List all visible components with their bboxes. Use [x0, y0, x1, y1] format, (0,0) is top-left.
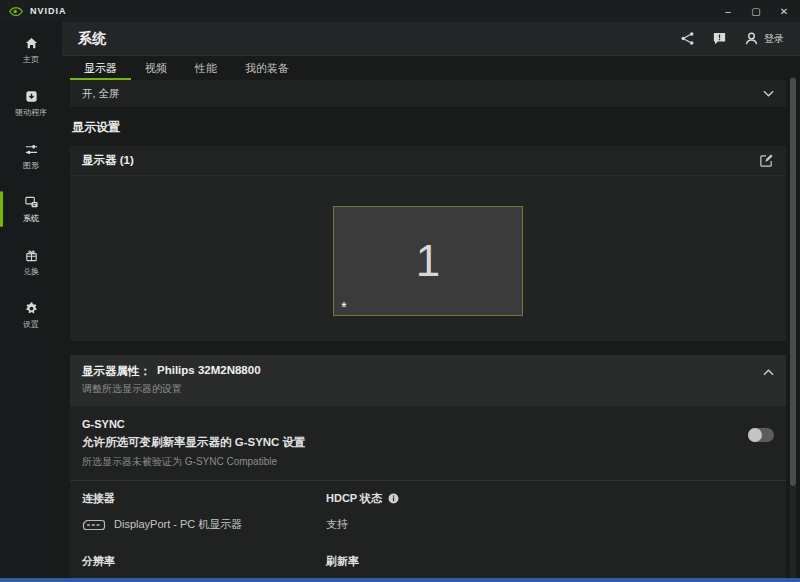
redeem-gift-icon: [24, 248, 39, 263]
resolution-label: 分辨率: [82, 554, 326, 569]
header-actions: 登录: [680, 31, 784, 46]
share-icon[interactable]: [680, 31, 695, 46]
maximize-button[interactable]: ▢: [748, 6, 764, 17]
chevron-up-icon[interactable]: [763, 369, 774, 376]
page-header: 系统 登录: [62, 22, 800, 56]
sidebar: 主页 驱动程序 图形 系统: [0, 22, 62, 578]
display-properties-title: 显示器属性：: [82, 364, 151, 379]
display-properties-body: G-SYNC 允许所选可变刷新率显示器的 G-SYNC 设置 所选显示器未被验证…: [70, 406, 786, 578]
properties-column-left: 连接器 DisplayPort - PC 机显示器: [82, 491, 326, 578]
tab-label: 显示器: [84, 61, 117, 76]
driver-download-icon: [24, 89, 39, 104]
home-icon: [24, 36, 39, 51]
sidebar-item-label: 兑换: [23, 266, 39, 277]
collapsed-setting-card[interactable]: 开, 全屏: [70, 80, 786, 107]
gsync-description: 允许所选可变刷新率显示器的 G-SYNC 设置: [82, 435, 748, 450]
settings-gear-icon: [24, 301, 39, 316]
hdcp-label: HDCP 状态: [326, 491, 382, 506]
monitor-card-header: 显示器 (1): [70, 146, 786, 176]
nvidia-logo-icon: [8, 6, 24, 17]
feedback-icon[interactable]: [712, 31, 727, 46]
login-button[interactable]: 登录: [744, 31, 784, 46]
monitor-number: 1: [416, 236, 440, 286]
sidebar-item-label: 图形: [23, 160, 39, 171]
properties-grid: 连接器 DisplayPort - PC 机显示器: [82, 481, 774, 578]
title-bar: NVIDIA – ▢ ✕: [0, 0, 800, 22]
resolution-field: 分辨率 3840 x 2160 （本机）: [82, 554, 326, 578]
display-properties-card: 显示器属性： Philips 32M2N8800 调整所选显示器的设置: [70, 355, 786, 578]
main-area: 系统 登录: [62, 22, 800, 578]
tab-label: 性能: [195, 61, 217, 76]
tab-label: 视频: [145, 61, 167, 76]
toggle-knob: [748, 428, 762, 442]
monitor-1-preview[interactable]: 1 *: [333, 206, 523, 316]
scrollbar-track[interactable]: [790, 76, 796, 578]
sidebar-item-home[interactable]: 主页: [0, 30, 62, 70]
system-monitor-icon: [24, 195, 39, 210]
properties-column-right: HDCP 状态 支持: [326, 491, 774, 578]
display-settings-heading: 显示设置: [72, 119, 786, 136]
sidebar-item-redeem[interactable]: 兑换: [0, 242, 62, 282]
login-label: 登录: [764, 32, 784, 46]
connector-value: DisplayPort - PC 机显示器: [114, 517, 242, 532]
tab-display[interactable]: 显示器: [70, 56, 131, 80]
avatar-icon: [744, 31, 759, 46]
tab-video[interactable]: 视频: [131, 56, 181, 80]
content-area: 显示器 视频 性能 我的装备 开, 全屏: [62, 56, 800, 578]
sidebar-item-label: 驱动程序: [15, 107, 47, 118]
window-controls: – ▢ ✕: [708, 6, 792, 17]
gsync-title: G-SYNC: [82, 418, 748, 430]
hdcp-value: 支持: [326, 517, 774, 532]
collapsed-setting-value: 开, 全屏: [82, 87, 119, 101]
connector-field: 连接器 DisplayPort - PC 机显示器: [82, 491, 326, 532]
sidebar-item-label: 主页: [23, 54, 39, 65]
gsync-text: G-SYNC 允许所选可变刷新率显示器的 G-SYNC 设置 所选显示器未被验证…: [82, 418, 748, 469]
refresh-rate-field: 刷新率 240 Hz: [326, 554, 774, 578]
graphics-sliders-icon: [24, 142, 39, 157]
monitor-preview-area: 1 *: [70, 206, 786, 341]
hdcp-field: HDCP 状态 支持: [326, 491, 774, 532]
connector-value-row: DisplayPort - PC 机显示器: [82, 517, 326, 532]
tab-label: 我的装备: [245, 61, 289, 76]
close-button[interactable]: ✕: [776, 6, 792, 17]
gsync-setting-row: G-SYNC 允许所选可变刷新率显示器的 G-SYNC 设置 所选显示器未被验证…: [82, 406, 774, 469]
sidebar-item-system[interactable]: 系统: [0, 189, 62, 229]
refresh-rate-label: 刷新率: [326, 554, 774, 569]
info-icon[interactable]: [388, 493, 399, 504]
desktop-edge-strip: [0, 578, 800, 582]
minimize-button[interactable]: –: [720, 6, 736, 17]
scrollbar-thumb[interactable]: [790, 78, 796, 486]
sidebar-item-label: 系统: [23, 213, 39, 224]
chevron-down-icon[interactable]: [763, 90, 774, 97]
connector-label: 连接器: [82, 491, 326, 506]
tab-bar: 显示器 视频 性能 我的装备: [70, 56, 786, 80]
monitor-card-title: 显示器 (1): [82, 153, 134, 168]
tab-performance[interactable]: 性能: [181, 56, 231, 80]
sidebar-item-label: 设置: [23, 319, 39, 330]
window-title: NVIDIA: [30, 6, 67, 16]
sidebar-item-graphics[interactable]: 图形: [0, 136, 62, 176]
sidebar-item-settings[interactable]: 设置: [0, 295, 62, 335]
monitor-card: 显示器 (1) 1 *: [70, 146, 786, 341]
nvidia-app-window: NVIDIA – ▢ ✕ 主页 驱动程序 图形: [0, 0, 800, 582]
scroll-content: 显示器 视频 性能 我的装备 开, 全屏: [62, 56, 786, 578]
display-properties-header-text: 显示器属性： Philips 32M2N8800 调整所选显示器的设置: [82, 364, 261, 396]
display-properties-header[interactable]: 显示器属性： Philips 32M2N8800 调整所选显示器的设置: [70, 355, 786, 406]
edit-icon[interactable]: [759, 153, 774, 168]
display-device-name: Philips 32M2N8800: [157, 364, 261, 379]
display-properties-subtitle: 调整所选显示器的设置: [82, 382, 261, 396]
page-title: 系统: [78, 30, 106, 48]
sidebar-item-drivers[interactable]: 驱动程序: [0, 83, 62, 123]
gsync-note: 所选显示器未被验证为 G-SYNC Compatible: [82, 455, 748, 469]
tab-my-rig[interactable]: 我的装备: [231, 56, 303, 80]
displayport-icon: [82, 519, 106, 531]
primary-display-star: *: [341, 298, 347, 315]
gsync-toggle[interactable]: [748, 428, 774, 442]
